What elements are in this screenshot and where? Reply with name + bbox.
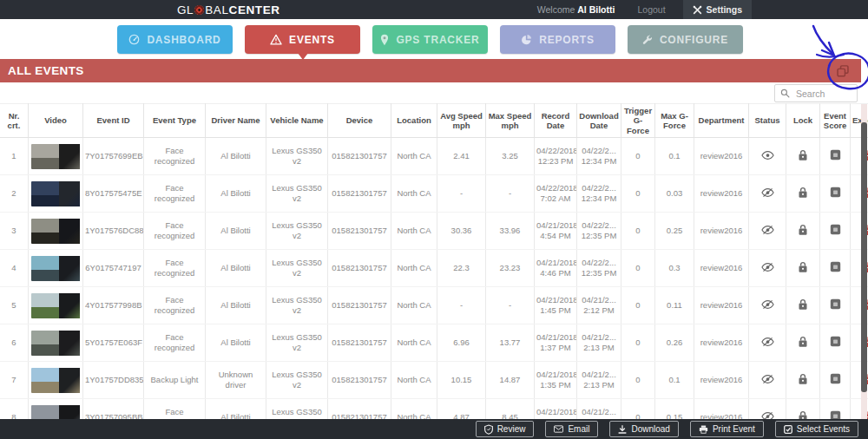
select-events-button[interactable]: Select Events	[775, 421, 858, 437]
settings-label: Settings	[707, 4, 742, 15]
tab-label: REPORTS	[539, 34, 595, 46]
video-thumbnail[interactable]	[31, 219, 81, 244]
top-bar: GLBALCENTER Welcome Al Bilotti Logout Se…	[0, 0, 868, 19]
toolbar-button-label: Download	[631, 424, 669, 434]
logout-link[interactable]: Logout	[637, 4, 665, 15]
eye-off-icon[interactable]	[761, 337, 774, 347]
tab-events[interactable]: EVENTS	[245, 25, 360, 54]
event-score-icon[interactable]	[830, 298, 841, 310]
lock-icon[interactable]	[798, 149, 808, 161]
dashcam-exterior-frame	[31, 144, 59, 169]
max-speed-cell: 3.25	[486, 138, 535, 175]
vehicle-cell: Lexus GS350 v2	[266, 362, 328, 399]
warning-icon	[270, 34, 282, 45]
video-cell	[29, 138, 83, 175]
dashcam-interior-frame	[59, 368, 81, 393]
video-thumbnail[interactable]	[31, 331, 81, 356]
eye-off-icon[interactable]	[761, 262, 774, 272]
dashcam-exterior-frame	[31, 256, 59, 281]
tab-dashboard[interactable]: DASHBOARD	[117, 25, 233, 54]
event-type-cell: Face recognized	[144, 213, 206, 250]
event-score-icon[interactable]	[830, 373, 841, 384]
download-date-cell: 04/21/2... 2:12 PM	[577, 287, 621, 324]
driver-cell: Al Bilotti	[206, 250, 266, 287]
driver-cell: Al Bilotti	[206, 213, 266, 250]
max-g-cell: 0.11	[655, 287, 694, 324]
vehicle-cell: Lexus GS350 v2	[266, 287, 328, 324]
tab-label: DASHBOARD	[147, 34, 220, 46]
lock-icon[interactable]	[798, 187, 808, 199]
event-id-cell: 5Y01757E063F	[83, 324, 144, 362]
bottom-toolbar: ReviewEmailDownloadPrint EventSelect Eve…	[0, 419, 868, 439]
nr-cell: 7	[0, 362, 29, 399]
table-row: 3 1Y017576DC88Face recognizedAl BilottiL…	[0, 213, 868, 250]
video-cell	[29, 250, 83, 287]
lock-icon[interactable]	[798, 224, 808, 236]
lock-icon[interactable]	[798, 261, 808, 273]
lock-icon[interactable]	[798, 298, 808, 311]
video-thumbnail[interactable]	[31, 181, 81, 206]
download-button[interactable]: Download	[609, 421, 678, 437]
event-score-icon[interactable]	[830, 336, 841, 347]
logo-text-prefix: GL	[177, 3, 194, 16]
event-type-cell: Face recognized	[144, 250, 206, 287]
print-event-button[interactable]: Print Event	[690, 421, 764, 437]
vehicle-cell: Lexus GS350 v2	[266, 324, 328, 362]
tab-configure[interactable]: CONFIGURE	[628, 25, 743, 54]
vehicle-cell: Lexus GS350 v2	[266, 138, 328, 175]
driver-cell: Unknown driver	[206, 362, 266, 399]
video-thumbnail[interactable]	[31, 293, 81, 318]
department-cell: review2016	[694, 287, 749, 324]
dashcam-exterior-frame	[31, 331, 59, 356]
checkbox-icon	[784, 425, 792, 434]
max-g-cell: 0.03	[655, 175, 694, 213]
device-cell: 015821301757	[328, 250, 391, 287]
event-score-icon[interactable]	[830, 261, 841, 272]
device-cell: 015821301757	[328, 324, 391, 362]
search-input[interactable]	[794, 88, 852, 100]
vehicle-cell: Lexus GS350 v2	[266, 175, 328, 213]
copy-export-icon[interactable]	[837, 65, 849, 77]
event-score-icon[interactable]	[830, 149, 841, 161]
column-header: Department	[694, 104, 749, 138]
column-header: Location	[391, 104, 437, 138]
search-box[interactable]	[774, 84, 858, 102]
download-date-cell: 04/22/2... 12:34 PM	[577, 175, 621, 213]
lock-icon[interactable]	[798, 336, 808, 348]
record-date-cell: 04/22/2018 7:02 AM	[535, 175, 577, 213]
avg-speed-cell: -	[437, 175, 486, 213]
location-cell: North CA	[391, 138, 437, 175]
event-type-cell: Backup Light	[144, 362, 206, 399]
vehicle-cell: Lexus GS350 v2	[266, 250, 328, 287]
event-score-icon[interactable]	[830, 224, 841, 235]
avg-speed-cell: 30.36	[437, 213, 486, 250]
tab-gps-tracker[interactable]: GPS TRACKER	[372, 25, 488, 54]
location-cell: North CA	[391, 213, 437, 250]
column-header: Lock	[786, 104, 820, 138]
max-speed-cell: 13.77	[486, 324, 535, 362]
lock-cell	[786, 362, 820, 399]
lock-icon[interactable]	[798, 373, 808, 385]
column-header: Event Type	[144, 104, 206, 138]
eye-off-icon[interactable]	[761, 299, 774, 310]
event-score-icon[interactable]	[830, 187, 841, 198]
settings-button[interactable]: Settings	[683, 0, 752, 19]
app-logo: GLBALCENTER	[177, 0, 280, 19]
review-button[interactable]: Review	[476, 421, 535, 437]
events-table: Nr. crt.VideoEvent IDEvent TypeDriver Na…	[0, 103, 868, 439]
download-date-cell: 04/22/2... 12:35 PM	[577, 213, 621, 250]
nav-tabs: DASHBOARDEVENTSGPS TRACKERREPORTSCONFIGU…	[117, 25, 743, 54]
max-speed-cell: 33.96	[486, 213, 535, 250]
email-button[interactable]: Email	[545, 421, 598, 437]
trigger-g-cell: 0	[621, 324, 655, 362]
eye-off-icon[interactable]	[761, 225, 774, 235]
video-thumbnail[interactable]	[31, 368, 81, 393]
tab-reports[interactable]: REPORTS	[500, 25, 615, 54]
video-thumbnail[interactable]	[31, 256, 81, 281]
eye-off-icon[interactable]	[761, 374, 774, 384]
video-thumbnail[interactable]	[31, 144, 81, 169]
eye-icon[interactable]	[761, 150, 774, 161]
eye-off-icon[interactable]	[761, 187, 774, 198]
scrollbar-thumb[interactable]	[861, 122, 867, 392]
video-cell	[29, 175, 83, 213]
